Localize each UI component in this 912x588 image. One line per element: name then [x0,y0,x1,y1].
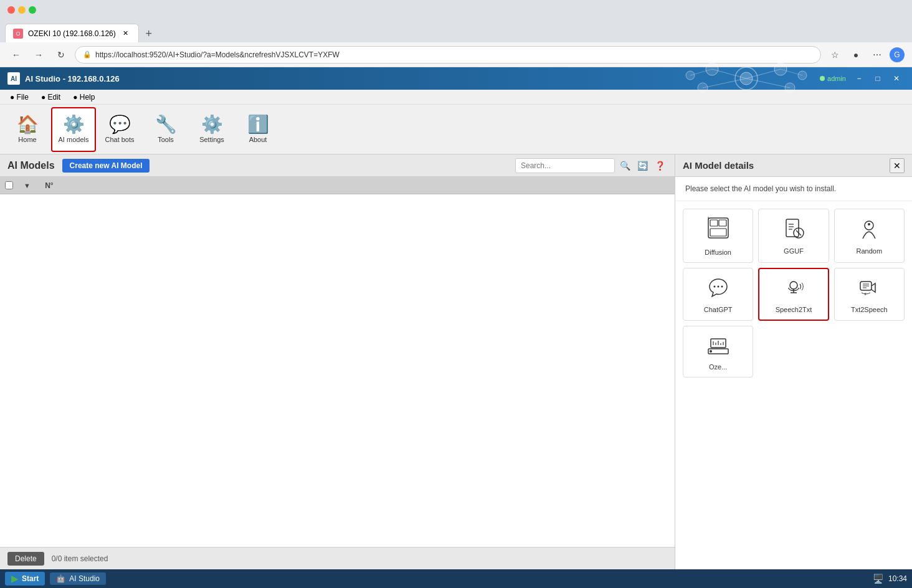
bookmark-btn[interactable]: ☆ [826,46,843,64]
taskbar-ai-studio-icon: 🤖 [56,574,65,583]
tab-close-btn[interactable]: ✕ [121,29,131,39]
tab-favicon: O [13,29,23,39]
tools-label: Tools [158,136,174,143]
ai-models-label: AI models [59,136,89,143]
about-icon: ℹ️ [247,116,269,133]
minimize-browser-btn[interactable] [18,6,26,14]
svg-point-45 [710,350,712,353]
home-icon: 🏠 [17,116,39,133]
right-panel: AI Model details ✕ Please select the AI … [675,154,912,569]
right-panel-title: AI Model details [683,160,890,171]
svg-rect-16 [719,220,726,226]
gguf-label: GGUF [784,247,804,255]
app-minimize-btn[interactable]: − [851,72,867,85]
create-new-model-btn[interactable]: Create new AI Model [62,159,150,173]
txt2speech-icon [857,275,881,302]
new-tab-btn[interactable]: + [140,25,158,42]
svg-rect-17 [710,229,726,236]
ai-models-icon: ⚙️ [63,116,85,133]
toolbar-tools[interactable]: 🔧 Tools [143,107,188,152]
chatgpt-icon [706,275,731,302]
clock: 10:34 [888,574,907,583]
google-account-btn[interactable]: G [890,47,905,62]
about-label: About [249,136,267,143]
delete-btn[interactable]: Delete [7,552,44,566]
toolbar-ai-models[interactable]: ⚙️ AI models [51,107,96,152]
browser-tab[interactable]: O OZEKI 10 (192.168.0.126) ✕ [5,24,139,42]
toolbar-chat-bots[interactable]: 💬 Chat bots [97,107,142,152]
chat-bots-label: Chat bots [105,136,134,143]
tools-icon: 🔧 [155,116,177,133]
random-icon [857,217,881,244]
svg-line-10 [703,78,746,88]
chat-bots-icon: 💬 [109,116,131,133]
refresh-btn[interactable]: ↻ [52,46,70,64]
status-text: 0/0 item selected [52,554,108,563]
toolbar: 🏠 Home ⚙️ AI models 💬 Chat bots 🔧 Tools … [0,105,912,154]
svg-rect-15 [710,220,718,226]
speech2txt-icon [781,275,806,302]
svg-line-9 [746,69,781,78]
model-card-random[interactable]: Random [834,209,905,263]
app-close-btn[interactable]: ✕ [888,72,905,85]
svg-line-11 [746,78,790,88]
extensions-btn[interactable]: ⋯ [868,46,886,64]
model-card-chatgpt[interactable]: ChatGPT [683,268,753,321]
start-icon: ▶ [11,574,18,584]
right-panel-header: AI Model details ✕ [675,154,912,177]
search-input[interactable] [515,158,615,173]
left-panel: AI Models Create new AI Model 🔍 🔄 ❓ ▼ N° [0,154,675,569]
gguf-icon [781,217,806,244]
model-card-gguf[interactable]: GGUF [758,209,829,263]
ozeki-label: Oze... [709,363,727,371]
search-area: 🔍 🔄 ❓ [515,158,667,173]
help-btn[interactable]: ❓ [652,158,667,173]
speech2txt-label: Speech2Txt [776,306,812,313]
url-text: https://localhost:9520/AI+Studio/?a=Mode… [95,50,340,59]
taskbar-right: 🖥️ 10:34 [873,574,907,584]
close-panel-btn[interactable]: ✕ [890,158,905,173]
menu-file[interactable]: ● File [5,92,34,103]
diffusion-icon [706,216,731,245]
taskbar-ai-studio-label: AI Studio [69,574,100,583]
svg-point-29 [721,286,723,288]
select-all-checkbox[interactable] [5,181,13,189]
svg-line-8 [712,69,746,78]
start-button[interactable]: ▶ Start [5,572,45,586]
start-label: Start [22,574,39,583]
diffusion-label: Diffusion [705,249,731,256]
table-body [0,194,675,547]
menu-help[interactable]: ● Help [68,92,100,103]
chatgpt-label: ChatGPT [704,306,733,313]
lock-icon: 🔒 [83,50,92,59]
txt2speech-label: Txt2Speech [851,306,888,313]
settings-label: Settings [199,136,224,143]
settings-icon: ⚙️ [201,116,223,133]
toolbar-about[interactable]: ℹ️ About [235,107,280,152]
tab-title: OZEKI 10 (192.168.0.126) [28,29,116,38]
panel-title: AI Models [7,160,55,171]
taskbar: ▶ Start 🤖 AI Studio 🖥️ 10:34 [0,569,912,588]
svg-point-30 [790,282,797,289]
network-graphic [678,56,815,101]
menu-edit[interactable]: ● Edit [36,92,65,103]
close-browser-btn[interactable] [7,6,15,14]
svg-point-26 [868,223,870,225]
taskbar-ai-studio[interactable]: 🤖 AI Studio [50,572,106,585]
back-btn[interactable]: ← [7,46,25,64]
app-maximize-btn[interactable]: □ [870,72,886,85]
maximize-browser-btn[interactable] [29,6,36,14]
refresh-list-btn[interactable]: 🔄 [635,158,650,173]
toolbar-settings[interactable]: ⚙️ Settings [189,107,234,152]
forward-btn[interactable]: → [30,46,47,64]
toolbar-home[interactable]: 🏠 Home [5,107,50,152]
model-card-speech2txt[interactable]: Speech2Txt [758,268,829,321]
search-btn[interactable]: 🔍 [617,158,632,173]
title-controls: − □ ✕ [851,72,905,85]
sort-indicator: ▼ [24,182,31,189]
home-label: Home [18,136,36,143]
model-card-diffusion[interactable]: Diffusion [683,209,753,263]
model-card-txt2speech[interactable]: Txt2Speech [834,268,905,321]
profile-btn[interactable]: ● [847,46,865,64]
model-card-ozeki[interactable]: Oze... [683,326,753,377]
